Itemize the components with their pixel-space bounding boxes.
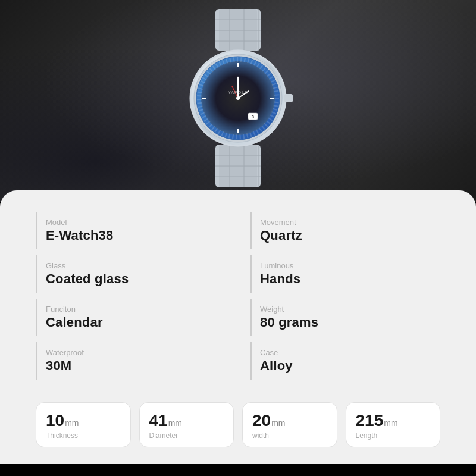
dimension-length-number: 215mm xyxy=(356,412,433,429)
info-panel: Model E-Watch38 Glass Coated glass Funci… xyxy=(0,190,476,464)
spec-model-label: Model xyxy=(46,218,226,227)
specs-left-column: Model E-Watch38 Glass Coated glass Funci… xyxy=(36,212,226,386)
spec-function: Funciton Calendar xyxy=(36,299,226,336)
spec-weight: Weight 80 grams xyxy=(250,299,440,336)
svg-rect-1 xyxy=(219,9,257,51)
dimension-length-label: Length xyxy=(356,431,433,440)
watch-image-section: 3 YAPOLE xyxy=(0,0,476,202)
spec-case: Case Alloy xyxy=(250,342,440,380)
spec-waterproof: Waterproof 30M xyxy=(36,342,226,380)
dimension-length: 215mm Length xyxy=(346,402,441,447)
svg-text:3: 3 xyxy=(252,115,254,119)
spec-movement-label: Movement xyxy=(260,218,440,227)
spec-luminous-value: Hands xyxy=(260,271,440,287)
spec-glass-label: Glass xyxy=(46,261,226,270)
specs-right-column: Movement Quartz Luminous Hands Weight 80… xyxy=(250,212,440,386)
dimension-thickness-number: 10mm xyxy=(46,412,123,429)
spec-case-label: Case xyxy=(260,348,440,357)
dimension-thickness-label: Thickness xyxy=(46,431,123,440)
specs-grid: Model E-Watch38 Glass Coated glass Funci… xyxy=(36,212,440,386)
spec-glass-value: Coated glass xyxy=(46,271,226,287)
dimension-diameter-label: Diameter xyxy=(149,431,227,440)
spec-model: Model E-Watch38 xyxy=(36,212,226,249)
svg-rect-17 xyxy=(284,94,293,102)
spec-function-label: Funciton xyxy=(46,305,226,314)
dimension-width-label: width xyxy=(252,431,330,440)
spec-case-value: Alloy xyxy=(260,358,440,374)
svg-text:YAPOLE: YAPOLE xyxy=(228,90,248,95)
spec-weight-label: Weight xyxy=(260,305,440,314)
dimension-width-number: 20mm xyxy=(252,412,330,429)
spec-weight-value: 80 grams xyxy=(260,315,440,330)
watch-image: 3 YAPOLE xyxy=(173,9,303,187)
dimensions-row: 10mm Thickness 41mm Diameter 20mm width … xyxy=(36,402,440,447)
spec-function-value: Calendar xyxy=(46,315,226,330)
spec-waterproof-value: 30M xyxy=(46,358,226,374)
dimension-width: 20mm width xyxy=(242,402,337,447)
spec-waterproof-label: Waterproof xyxy=(46,348,226,357)
spec-glass: Glass Coated glass xyxy=(36,255,226,293)
spec-model-value: E-Watch38 xyxy=(46,228,226,243)
dimension-diameter-number: 41mm xyxy=(149,412,227,429)
spec-movement-value: Quartz xyxy=(260,228,440,243)
spec-luminous: Luminous Hands xyxy=(250,255,440,293)
dimension-thickness: 10mm Thickness xyxy=(36,402,131,447)
spec-movement: Movement Quartz xyxy=(250,212,440,249)
spec-luminous-label: Luminous xyxy=(260,261,440,270)
dimension-diameter: 41mm Diameter xyxy=(139,402,234,447)
svg-point-29 xyxy=(236,96,240,100)
